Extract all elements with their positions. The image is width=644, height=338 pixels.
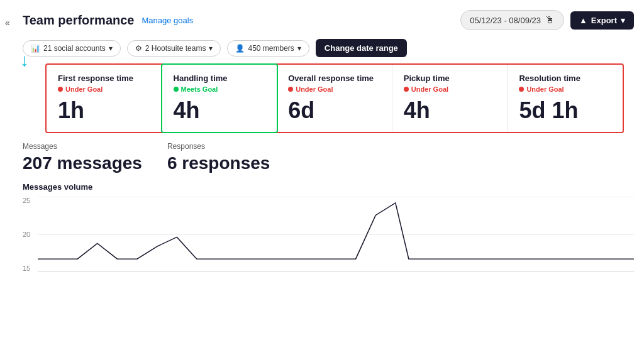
hootsuite-teams-icon: ⚙ — [135, 44, 142, 53]
chart-label: Messages volume — [23, 182, 634, 192]
sidebar-toggle[interactable]: « — [5, 18, 10, 28]
export-chevron-icon: ▾ — [621, 16, 625, 25]
chart-y-labels: 25 20 15 — [23, 197, 33, 272]
header: Team performance Manage goals 05/12/23 -… — [0, 0, 644, 36]
goal-text-0: Under Goal — [65, 85, 103, 93]
metric-label-3: Pickup time — [404, 74, 496, 83]
metric-value-4: 5d 1h — [519, 99, 611, 122]
metric-label-1: Handling time — [174, 74, 266, 83]
metric-label-0: First response time — [58, 74, 150, 83]
social-accounts-chevron: ▾ — [109, 44, 113, 53]
change-date-label: Change date range — [325, 43, 398, 53]
goal-text-3: Under Goal — [411, 85, 448, 93]
goal-text-1: Meets Goal — [181, 85, 218, 93]
metric-label-4: Resolution time — [519, 74, 611, 83]
members-label: 450 members — [248, 44, 294, 53]
chart-svg — [38, 197, 634, 271]
messages-value: 207 messages — [23, 153, 142, 173]
goal-dot-3 — [404, 87, 409, 92]
metric-card-2: Overall response time Under Goal 6d — [277, 65, 392, 132]
responses-value: 6 responses — [167, 153, 270, 173]
metric-goal-3: Under Goal — [404, 85, 496, 93]
metric-card-0: First response time Under Goal 1h — [47, 65, 162, 132]
metric-card-3: Pickup time Under Goal 4h — [392, 65, 508, 132]
responses-stat: Responses 6 responses — [167, 142, 270, 173]
manage-goals-link[interactable]: Manage goals — [142, 16, 193, 25]
metric-goal-2: Under Goal — [288, 85, 380, 93]
header-right: 05/12/23 - 08/09/23 🖱 ▲ Export ▾ — [460, 10, 634, 30]
goal-dot-4 — [519, 87, 524, 92]
metric-card-1: Handling time Meets Goal 4h — [161, 63, 279, 133]
filter-bar: 📊 21 social accounts ▾ ⚙ 2 Hootsuite tea… — [0, 36, 644, 63]
hootsuite-teams-chevron: ▾ — [209, 44, 213, 53]
metric-goal-1: Meets Goal — [174, 85, 266, 93]
main-container: « ↓ Team performance Manage goals 05/12/… — [0, 0, 644, 338]
metric-label-2: Overall response time — [288, 74, 380, 83]
y-label-25: 25 — [23, 197, 30, 204]
stats-row: Messages 207 messages Responses 6 respon… — [23, 142, 634, 173]
date-range-text: 05/12/23 - 08/09/23 — [470, 16, 541, 25]
members-filter[interactable]: 👤 450 members ▾ — [227, 40, 309, 57]
metric-card-4: Resolution time Under Goal 5d 1h — [508, 65, 623, 132]
goal-text-4: Under Goal — [526, 85, 564, 93]
metric-goal-4: Under Goal — [519, 85, 611, 93]
content-area: Messages 207 messages Responses 6 respon… — [0, 133, 644, 272]
page-title: Team performance — [23, 13, 134, 28]
metric-value-0: 1h — [58, 99, 150, 122]
social-accounts-label: 21 social accounts — [43, 44, 106, 53]
export-button[interactable]: ▲ Export ▾ — [570, 11, 634, 30]
metric-value-1: 4h — [174, 99, 266, 122]
metrics-wrapper: First response time Under Goal 1h Handli… — [23, 63, 634, 133]
export-icon: ▲ — [579, 16, 587, 25]
date-range-button[interactable]: 05/12/23 - 08/09/23 🖱 — [460, 10, 564, 30]
chart-area: 25 20 15 — [23, 197, 634, 272]
metric-goal-0: Under Goal — [58, 85, 150, 93]
messages-label: Messages — [23, 142, 142, 151]
metrics-section: First response time Under Goal 1h Handli… — [45, 63, 624, 133]
members-chevron: ▾ — [297, 44, 301, 53]
goal-text-2: Under Goal — [296, 85, 333, 93]
header-left: Team performance Manage goals — [23, 13, 193, 28]
y-label-15: 15 — [23, 264, 30, 272]
toggle-icon: « — [5, 18, 10, 28]
change-date-button[interactable]: Change date range — [316, 39, 407, 57]
goal-dot-2 — [288, 87, 293, 92]
hootsuite-teams-label: 2 Hootsuite teams — [145, 44, 206, 53]
chart-section: Messages volume 25 20 15 — [23, 182, 634, 272]
responses-label: Responses — [167, 142, 270, 151]
messages-stat: Messages 207 messages — [23, 142, 142, 173]
cursor-icon: 🖱 — [545, 14, 555, 26]
members-icon: 👤 — [235, 44, 245, 53]
teal-arrow: ↓ — [20, 50, 39, 70]
goal-dot-1 — [174, 87, 179, 92]
chart-grid — [38, 197, 634, 272]
hootsuite-teams-filter[interactable]: ⚙ 2 Hootsuite teams ▾ — [127, 40, 221, 57]
metric-value-3: 4h — [404, 99, 496, 122]
metric-value-2: 6d — [288, 99, 380, 122]
y-label-20: 20 — [23, 231, 30, 238]
export-label: Export — [591, 16, 617, 25]
goal-dot-0 — [58, 87, 63, 92]
